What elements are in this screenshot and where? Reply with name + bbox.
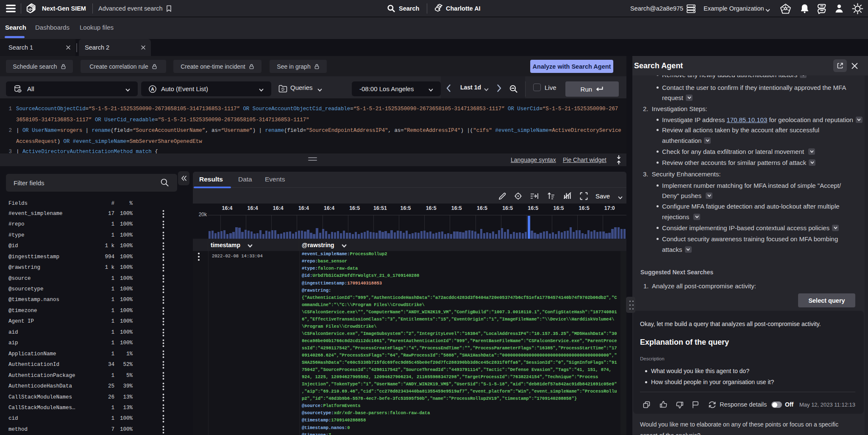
svg-text:A: A — [151, 86, 154, 92]
